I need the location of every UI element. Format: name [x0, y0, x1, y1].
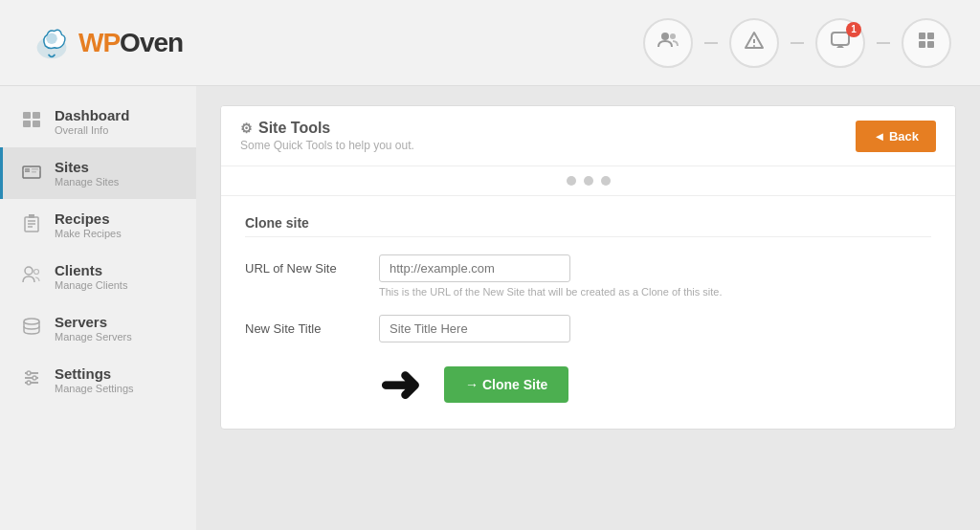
clone-btn-row: ➜ → Clone Site	[245, 360, 931, 409]
url-input[interactable]	[379, 254, 570, 282]
title-input[interactable]	[379, 315, 570, 342]
svg-point-1	[46, 33, 57, 44]
sites-icon	[20, 164, 43, 184]
dots-row	[221, 166, 955, 196]
logo-icon	[29, 20, 75, 66]
svg-rect-9	[919, 41, 925, 48]
chat-icon-btn[interactable]: 1	[815, 18, 865, 68]
sites-label: Sites	[55, 159, 119, 176]
svg-point-23	[25, 267, 33, 275]
sidebar-item-clients[interactable]: Clients Manage Clients	[0, 251, 196, 302]
clone-section-title: Clone site	[245, 215, 931, 237]
clients-sublabel: Manage Clients	[55, 279, 127, 291]
users-icon	[657, 32, 679, 54]
sidebar-item-settings[interactable]: Settings Manage Settings	[0, 354, 196, 406]
svg-rect-14	[33, 121, 40, 127]
svg-rect-11	[23, 112, 31, 119]
svg-rect-10	[927, 41, 934, 48]
clone-section: Clone site URL of New Site This is the U…	[221, 196, 955, 429]
users-icon-btn[interactable]	[643, 18, 693, 68]
arrow-graphic: ➜	[379, 360, 421, 409]
content-area: ⚙ Site Tools Some Quick Tools to help yo…	[196, 86, 980, 530]
clients-icon	[20, 266, 43, 288]
servers-icon	[20, 318, 43, 340]
svg-point-2	[661, 33, 669, 40]
url-label: URL of New Site	[245, 254, 360, 276]
site-tools-panel: ⚙ Site Tools Some Quick Tools to help yo…	[220, 105, 956, 430]
sidebar-item-servers[interactable]: Servers Manage Servers	[0, 302, 196, 354]
svg-rect-6	[832, 33, 849, 45]
dashboard-label: Dashboard	[55, 107, 129, 124]
settings-icon	[20, 368, 43, 392]
gear-icon: ⚙	[240, 121, 253, 136]
sidebar-item-recipes[interactable]: Recipes Make Recipes	[0, 199, 196, 251]
dot-3	[601, 176, 611, 186]
svg-point-30	[33, 376, 36, 380]
svg-point-29	[27, 371, 31, 375]
dot-2	[584, 176, 593, 186]
recipes-icon	[20, 213, 43, 237]
url-hint: This is the URL of the New Site that wil…	[379, 286, 931, 298]
recipes-sublabel: Make Recipes	[55, 228, 122, 239]
title-label: New Site Title	[245, 315, 360, 336]
settings-sublabel: Manage Settings	[55, 383, 134, 394]
svg-rect-17	[32, 168, 38, 170]
main-layout: Dashboard Overall Info Sites Manage Site…	[0, 86, 980, 530]
sidebar-item-dashboard[interactable]: Dashboard Overall Info	[0, 96, 196, 147]
recipes-label: Recipes	[55, 210, 122, 228]
site-tools-title: ⚙ Site Tools	[240, 120, 414, 137]
back-button[interactable]: ◄ Back	[856, 121, 936, 152]
title-field-row: New Site Title	[245, 315, 931, 342]
dashboard-sublabel: Overall Info	[55, 124, 129, 136]
connector-2	[791, 42, 804, 44]
settings-label: Settings	[55, 365, 134, 383]
svg-rect-13	[23, 121, 31, 127]
svg-rect-7	[919, 33, 925, 39]
clone-site-button[interactable]: → Clone Site	[444, 366, 568, 403]
url-field-row: URL of New Site This is the URL of the N…	[245, 254, 931, 298]
svg-point-25	[24, 319, 39, 324]
connector-3	[877, 42, 890, 44]
servers-sublabel: Manage Servers	[55, 331, 132, 342]
svg-point-5	[753, 45, 755, 47]
svg-rect-18	[32, 171, 36, 173]
sites-sublabel: Manage Sites	[55, 176, 119, 188]
chat-badge: 1	[846, 22, 861, 37]
header: WPOven	[0, 0, 980, 86]
svg-point-24	[34, 269, 39, 274]
svg-point-31	[27, 381, 31, 385]
servers-label: Servers	[55, 314, 132, 331]
dot-1	[567, 176, 576, 186]
alert-icon	[744, 30, 765, 55]
sidebar: Dashboard Overall Info Sites Manage Site…	[0, 86, 196, 530]
sidebar-item-sites[interactable]: Sites Manage Sites	[0, 147, 196, 199]
svg-rect-12	[33, 112, 40, 119]
connector-1	[704, 42, 718, 44]
logo: WPOven	[29, 20, 183, 66]
site-tools-subtitle: Some Quick Tools to help you out.	[240, 139, 414, 152]
clients-label: Clients	[55, 262, 127, 279]
site-tools-header: ⚙ Site Tools Some Quick Tools to help yo…	[221, 106, 955, 166]
logo-text: WPOven	[78, 28, 183, 58]
grid-icon	[917, 31, 936, 55]
header-icons: 1	[643, 18, 951, 68]
svg-rect-8	[927, 33, 934, 39]
svg-point-3	[670, 33, 676, 39]
grid-icon-btn[interactable]	[902, 18, 951, 68]
dashboard-icon	[20, 111, 43, 133]
alert-icon-btn[interactable]	[729, 18, 779, 68]
